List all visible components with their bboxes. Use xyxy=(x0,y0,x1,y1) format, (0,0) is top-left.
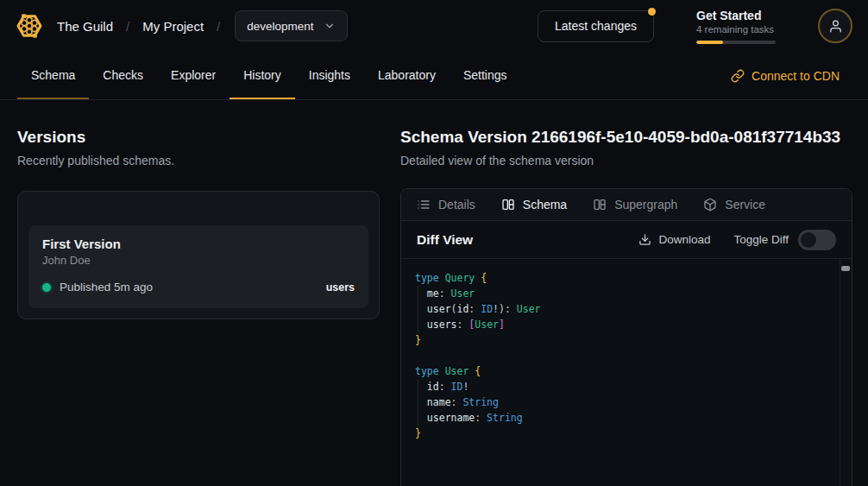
code-line: id: ID! xyxy=(415,379,829,394)
breadcrumb-project[interactable]: My Project xyxy=(142,19,204,34)
download-icon xyxy=(638,233,651,246)
nav-tab-insights[interactable]: Insights xyxy=(295,52,364,99)
code-line: type Query { xyxy=(415,270,829,286)
detail-tab-supergraph[interactable]: Supergraph xyxy=(593,198,677,211)
chevron-down-icon xyxy=(324,20,336,32)
version-service-badge: users xyxy=(326,281,355,293)
columns-icon xyxy=(501,198,515,211)
nav-tab-explorer[interactable]: Explorer xyxy=(157,52,230,99)
versions-card: First Version John Doe Published 5m ago … xyxy=(17,191,380,319)
published-status-dot xyxy=(42,283,51,292)
notification-dot xyxy=(648,8,656,16)
hive-logo[interactable] xyxy=(12,9,47,43)
get-started-title: Get Started xyxy=(696,9,776,22)
detail-tabs: DetailsSchemaSupergraphService xyxy=(401,189,852,221)
code-lines: type Query { me: User user(id: ID!): Use… xyxy=(415,270,829,441)
breadcrumb: The Guild / My Project / xyxy=(57,19,233,34)
download-button[interactable]: Download xyxy=(638,233,710,246)
version-status: Published 5m ago xyxy=(60,281,153,293)
version-meta-row: Published 5m ago users xyxy=(42,281,355,293)
indent-guide xyxy=(418,286,418,332)
nav-tab-settings[interactable]: Settings xyxy=(450,52,521,99)
connect-cdn-link[interactable]: Connect to CDN xyxy=(731,52,840,99)
latest-changes-button[interactable]: Latest changes xyxy=(538,10,654,42)
detail-tab-schema[interactable]: Schema xyxy=(501,198,567,211)
detail-tab-label: Service xyxy=(725,198,765,211)
code-line: username: String xyxy=(415,410,829,426)
breadcrumb-separator: / xyxy=(217,19,220,34)
toggle-diff-switch[interactable] xyxy=(798,230,836,250)
target-selector[interactable]: development xyxy=(235,10,347,41)
box-icon xyxy=(703,198,717,211)
connect-cdn-label: Connect to CDN xyxy=(752,69,840,83)
toggle-diff-label: Toggle Diff xyxy=(733,233,789,246)
breadcrumb-org[interactable]: The Guild xyxy=(57,19,113,34)
version-detail-title: Schema Version 2166196f-5e10-4059-bd0a-0… xyxy=(400,128,852,147)
app-header: The Guild / My Project / development Lat… xyxy=(0,0,868,52)
get-started-subtitle: 4 remaining tasks xyxy=(696,24,776,35)
nav-tab-history[interactable]: History xyxy=(230,52,295,99)
hive-logo-icon xyxy=(12,9,47,43)
get-started-progress-bar xyxy=(696,41,776,44)
nav-tab-laboratory[interactable]: Laboratory xyxy=(364,52,450,99)
code-line: user(id: ID!): User xyxy=(415,301,829,317)
versions-section: Versions Recently published schemas. Fir… xyxy=(17,128,380,486)
detail-tab-details[interactable]: Details xyxy=(417,198,475,211)
diff-view-toolbar: Diff View Download Toggle Diff xyxy=(401,221,852,259)
versions-subtitle: Recently published schemas. xyxy=(17,154,380,167)
scrollbar-track[interactable] xyxy=(840,259,840,486)
detail-tab-label: Schema xyxy=(523,198,567,211)
code-line: me: User xyxy=(415,286,829,301)
toggle-knob xyxy=(801,232,816,248)
download-label: Download xyxy=(658,233,710,246)
version-author: John Doe xyxy=(42,254,355,267)
code-line xyxy=(415,348,829,363)
list-icon xyxy=(417,198,431,211)
version-detail-section: Schema Version 2166196f-5e10-4059-bd0a-0… xyxy=(400,128,852,486)
primary-nav-tabs: SchemaChecksExplorerHistoryInsightsLabor… xyxy=(17,52,521,99)
columns-icon xyxy=(593,198,607,211)
link-icon xyxy=(731,69,745,83)
nav-tab-checks[interactable]: Checks xyxy=(89,52,157,99)
nav-tab-schema[interactable]: Schema xyxy=(17,52,89,99)
code-line: name: String xyxy=(415,394,829,410)
user-avatar[interactable] xyxy=(818,9,852,43)
version-title: First Version xyxy=(42,237,355,251)
scrollbar-thumb[interactable] xyxy=(841,266,850,271)
code-line: } xyxy=(415,332,829,348)
get-started-widget[interactable]: Get Started 4 remaining tasks xyxy=(696,9,776,44)
version-detail-panel: DetailsSchemaSupergraphService Diff View… xyxy=(400,188,852,486)
main-content: Versions Recently published schemas. Fir… xyxy=(0,100,868,486)
code-line: } xyxy=(415,426,829,441)
version-list-item[interactable]: First Version John Doe Published 5m ago … xyxy=(28,225,368,308)
target-selector-value: development xyxy=(247,20,313,33)
get-started-progress-fill xyxy=(696,41,723,44)
versions-title: Versions xyxy=(17,128,380,147)
version-detail-subtitle: Detailed view of the schema version xyxy=(400,154,852,167)
indent-guide xyxy=(418,379,418,426)
schema-code-viewer[interactable]: type Query { me: User user(id: ID!): Use… xyxy=(401,259,852,486)
person-icon xyxy=(828,19,843,34)
detail-tab-service[interactable]: Service xyxy=(703,198,765,211)
primary-nav: SchemaChecksExplorerHistoryInsightsLabor… xyxy=(0,52,868,100)
detail-tab-label: Supergraph xyxy=(614,198,677,211)
breadcrumb-separator: / xyxy=(126,19,129,34)
detail-tab-label: Details xyxy=(438,198,475,211)
code-line: users: [User] xyxy=(415,317,829,332)
code-line: type User { xyxy=(415,363,829,379)
diff-view-title: Diff View xyxy=(417,232,473,248)
latest-changes-wrap: Latest changes xyxy=(538,10,654,42)
